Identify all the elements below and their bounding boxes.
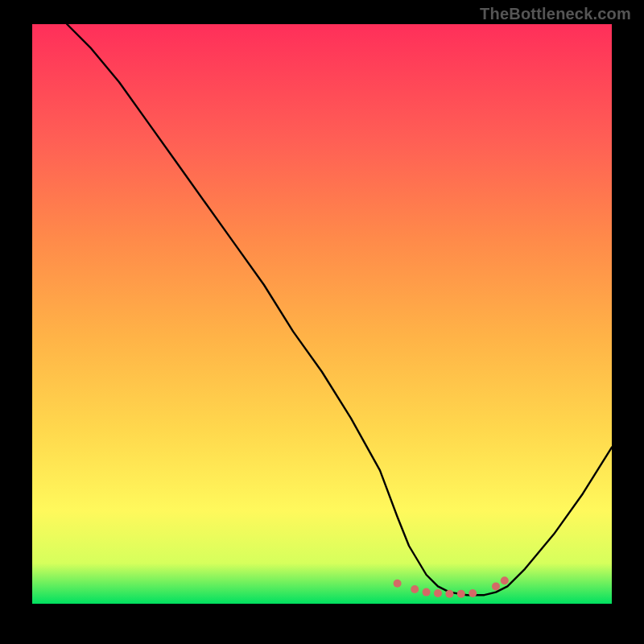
highlight-dot xyxy=(492,582,500,590)
highlight-dot xyxy=(434,589,442,597)
highlight-dot xyxy=(445,590,453,598)
bottleneck-curve-line xyxy=(67,24,612,595)
highlight-dot xyxy=(411,585,419,593)
highlight-dot xyxy=(394,580,402,588)
highlight-dot xyxy=(501,576,509,584)
highlight-dots xyxy=(394,576,509,598)
chart-frame: TheBottleneck.com xyxy=(0,0,644,644)
watermark-text: TheBottleneck.com xyxy=(480,5,631,23)
highlight-dot xyxy=(469,589,477,597)
plot-area xyxy=(32,24,612,604)
highlight-dot xyxy=(457,590,465,598)
bottleneck-curve-svg xyxy=(32,24,612,604)
highlight-dot xyxy=(423,588,431,597)
